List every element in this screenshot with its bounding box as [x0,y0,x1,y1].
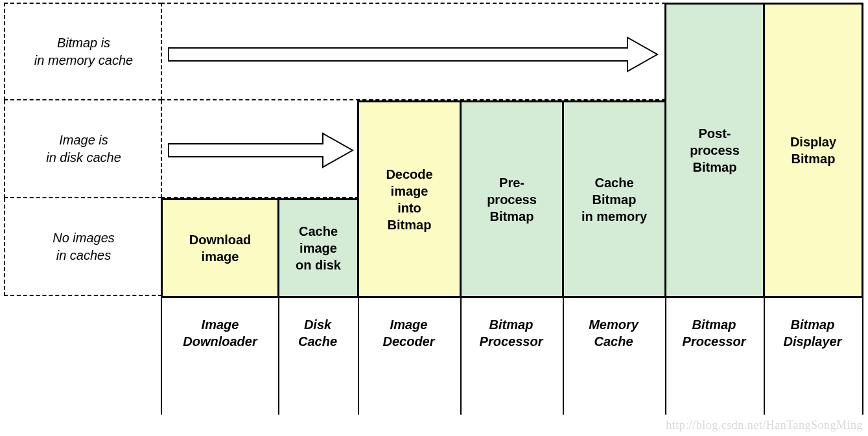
col-label-text: ImageDecoder [382,316,434,350]
col-mem-cache: MemoryCache [562,298,666,415]
col-bmp-proc-2: BitmapProcessor [664,298,765,415]
arrow-memory-cache [167,36,660,73]
stage-display: DisplayBitmap [763,3,863,298]
stage-label: Pre-processBitmap [487,174,537,225]
row-label-disk-cache: Image isin disk cache [4,100,162,198]
col-downloader: ImageDownloader [161,298,279,415]
col-label-text: ImageDownloader [183,316,257,350]
col-label-text: BitmapProcessor [683,316,746,350]
stage-download: Downloadimage [161,198,279,298]
stage-cache-mem: CacheBitmapin memory [562,100,666,298]
arrow-disk-cache [167,132,355,168]
row-label-text: Bitmap isin memory cache [34,34,133,69]
stage-label: DisplayBitmap [790,133,836,167]
stage-postprocess: Post-processBitmap [664,3,765,298]
stage-label: DecodeimageintoBitmap [386,166,432,233]
row-label-no-cache: No imagesin caches [4,198,162,296]
col-decoder: ImageDecoder [357,298,462,415]
row-label-text: Image isin disk cache [46,132,121,166]
col-displayer: BitmapDisplayer [763,298,863,415]
stage-preprocess: Pre-processBitmap [460,100,564,298]
col-label-text: DiskCache [298,316,337,350]
stage-label: Post-processBitmap [690,125,740,176]
stage-cache-disk: Cacheimageon disk [277,198,359,298]
col-label-text: BitmapProcessor [480,316,543,350]
svg-marker-1 [169,133,353,167]
svg-marker-0 [169,38,657,71]
row-label-memory-cache: Bitmap isin memory cache [4,3,162,100]
watermark: http://blog.csdn.net/HanTangSongMing [666,419,863,432]
col-label-text: BitmapDisplayer [783,316,841,350]
stage-label: Cacheimageon disk [296,223,341,273]
stage-label: CacheBitmapin memory [581,174,647,225]
col-disk-cache: DiskCache [277,298,359,415]
stage-label: Downloadimage [189,231,252,265]
image-pipeline-diagram: Bitmap isin memory cache Image isin disk… [0,0,868,436]
col-bmp-proc-1: BitmapProcessor [460,298,564,415]
row-label-text: No imagesin caches [53,229,115,264]
col-label-text: MemoryCache [589,316,639,350]
stage-decode: DecodeimageintoBitmap [357,100,462,298]
